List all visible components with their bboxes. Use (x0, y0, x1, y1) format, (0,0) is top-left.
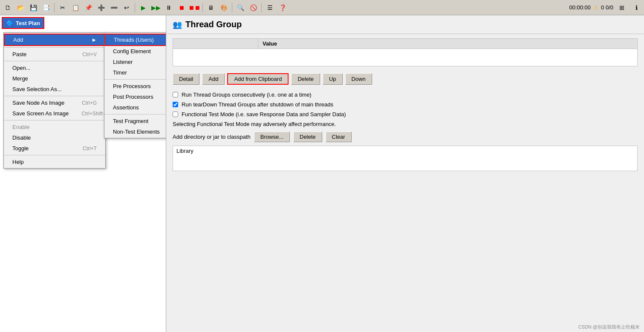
toolbar-copy-btn[interactable]: 📋 (69, 2, 81, 14)
toolbar-time-area: 00:00:00 ⚠ 0 0/0 ⊞ ℹ (569, 2, 642, 14)
delete-button[interactable]: Delete (291, 73, 320, 85)
right-panel: 👥 Thread Group Value Detail Add Add from (166, 15, 644, 332)
down-button[interactable]: Down (345, 73, 372, 85)
submenu1-threads-users[interactable]: Threads (Users) ▶ (104, 34, 166, 46)
variables-table: Value (173, 38, 638, 66)
sep4 (232, 3, 232, 12)
menu-toggle[interactable]: Toggle Ctrl+T (4, 143, 105, 154)
toolbar-cut-btn[interactable]: ✂ (57, 2, 69, 14)
right-panel-content: Value Detail Add Add from Clipboard Dele… (166, 34, 644, 329)
toolbar-add-btn[interactable]: ➕ (95, 2, 107, 14)
right-panel-icon: 👥 (173, 20, 182, 29)
toolbar-remove-btn[interactable]: ➖ (108, 2, 120, 14)
toolbar-help-btn[interactable]: ❓ (277, 2, 289, 14)
menu-enable: Enable (4, 122, 105, 132)
submenu1-listener[interactable]: Listener ▶ (104, 57, 166, 67)
menu-save-screen-image[interactable]: Save Screen As Image Ctrl+Shift+G (4, 108, 105, 119)
sep-sub1b (104, 114, 166, 114)
menu-paste[interactable]: Paste Ctrl+V (4, 49, 105, 60)
context-menu-1: Add ▶ Paste Ctrl+V Open... Merge Save Se… (3, 32, 106, 169)
menu-disable[interactable]: Disable (4, 132, 105, 143)
main-container: 🔷 Test Plan Add ▶ Paste Ctrl+V Open... M… (0, 15, 644, 332)
toolbar-clear-btn[interactable]: ↩ (121, 2, 133, 14)
functional-test-note: Selecting Functional Test Mode may adver… (173, 121, 638, 127)
toolbar-save2-btn[interactable]: 📑 (40, 2, 52, 14)
submenu1-config-element[interactable]: Config Element ▶ (104, 46, 166, 57)
toolbar-stop2-btn[interactable]: ⏹⏹ (188, 2, 200, 14)
sep-after-add (4, 47, 105, 48)
menu-add[interactable]: Add ▶ (4, 34, 105, 46)
add-button[interactable]: Add (202, 73, 225, 85)
menu-merge[interactable]: Merge (4, 73, 105, 84)
toolbar-save-btn[interactable]: 💾 (27, 2, 39, 14)
bottom-bar: CSDN @别追我我有止吃糯米 (166, 329, 644, 332)
sep-before-help (4, 155, 105, 155)
toolbar-stop-btn[interactable]: ⏹ (176, 2, 188, 14)
toolbar-paste-btn[interactable]: 📌 (82, 2, 94, 14)
toolbar-run-btn[interactable]: ▶ (137, 2, 149, 14)
toolbar-info-btn[interactable]: ℹ (630, 2, 642, 14)
sep-after-images (4, 120, 105, 120)
toolbar-run2-btn[interactable]: ▶▶ (150, 2, 162, 14)
functional-test-mode-row: Functional Test Mode (i.e. save Response… (173, 111, 638, 117)
toolbar-open-btn[interactable]: 📂 (14, 2, 26, 14)
browse-button[interactable]: Browse... (254, 132, 290, 142)
toolbar-clear-search-btn[interactable]: 🚫 (247, 2, 259, 14)
toolbar-list-btn[interactable]: ☰ (264, 2, 276, 14)
classpath-row: Add directory or jar to classpath Browse… (173, 132, 638, 142)
detail-button[interactable]: Detail (173, 73, 199, 85)
menu-open[interactable]: Open... (4, 63, 105, 73)
test-plan-icon: 🔷 (6, 20, 13, 26)
col-name-header (173, 39, 258, 49)
sep-after-save (4, 96, 105, 96)
submenu1-post-processors[interactable]: Post Processors ▶ (104, 92, 166, 102)
test-plan-tree-item[interactable]: 🔷 Test Plan (2, 17, 44, 29)
clear-button[interactable]: Clear (326, 132, 352, 142)
menu-help[interactable]: Help (4, 157, 105, 167)
functional-test-mode-checkbox[interactable] (173, 112, 178, 117)
right-panel-title: Thread Group (185, 20, 242, 29)
library-table: Library (173, 146, 638, 171)
functional-test-mode-label: Functional Test Mode (i.e. save Response… (182, 111, 346, 117)
sep2 (135, 3, 135, 12)
sep-after-paste (4, 61, 105, 61)
classpath-label: Add directory or jar to classpath (173, 134, 251, 140)
toolbar-search-btn[interactable]: 🔍 (234, 2, 246, 14)
menu-save-selection[interactable]: Save Selection As... (4, 84, 105, 94)
toolbar-expand-btn[interactable]: ⊞ (616, 2, 628, 14)
submenu-threads: Threads (Users) ▶ Config Element ▶ Liste… (104, 32, 166, 138)
col-value-header: Value (258, 39, 637, 49)
run-consecutively-row: Run Thread Groups consecutively (i.e. on… (173, 92, 638, 98)
run-teardown-checkbox[interactable] (173, 102, 178, 107)
menu-save-node-image[interactable]: Save Node As Image Ctrl+G (4, 97, 105, 108)
action-buttons: Detail Add Add from Clipboard Delete Up … (173, 71, 638, 87)
submenu1-test-fragment[interactable]: Test Fragment ▶ (104, 116, 166, 126)
toolbar-remote-btn[interactable]: 🖥 (205, 2, 217, 14)
add-from-clipboard-button[interactable]: Add from Clipboard (227, 73, 289, 85)
submenu1-non-test-elements[interactable]: Non-Test Elements ▶ (104, 126, 166, 137)
submenu1-pre-processors[interactable]: Pre Processors ▶ (104, 81, 166, 92)
classpath-delete-button[interactable]: Delete (293, 132, 322, 142)
run-teardown-row: Run tearDown Thread Groups after shutdow… (173, 101, 638, 108)
run-consecutively-checkbox[interactable] (173, 92, 178, 97)
watermark-text: CSDN @别追我我有止吃糯米 (578, 324, 640, 330)
toolbar-template-btn[interactable]: 🎨 (218, 2, 230, 14)
toolbar-pause-btn[interactable]: ⏸ (163, 2, 175, 14)
timer-display: 00:00:00 (569, 4, 591, 11)
library-label: Library (176, 148, 193, 154)
sep-sub1 (104, 79, 166, 80)
test-plan-label: Test Plan (16, 20, 40, 26)
submenu1-timer[interactable]: Timer ▶ (104, 67, 166, 78)
toolbar: 🗋 📂 💾 📑 ✂ 📋 📌 ➕ ➖ ↩ ▶ ▶▶ ⏸ ⏹ ⏹⏹ 🖥 🎨 🔍 🚫 … (0, 0, 644, 15)
warning-icon: ⚠ (593, 4, 598, 11)
up-button[interactable]: Up (323, 73, 343, 85)
submenu1-assertions[interactable]: Assertions ▶ (104, 102, 166, 113)
count-display: 0 0/0 (601, 4, 613, 11)
left-panel: 🔷 Test Plan Add ▶ Paste Ctrl+V Open... M… (0, 15, 166, 332)
right-panel-header: 👥 Thread Group (166, 15, 644, 34)
sep3 (202, 3, 203, 12)
table-body (173, 49, 637, 66)
run-teardown-label: Run tearDown Thread Groups after shutdow… (182, 101, 333, 108)
toolbar-new-btn[interactable]: 🗋 (2, 2, 14, 14)
menu-add-arrow: ▶ (92, 37, 96, 42)
